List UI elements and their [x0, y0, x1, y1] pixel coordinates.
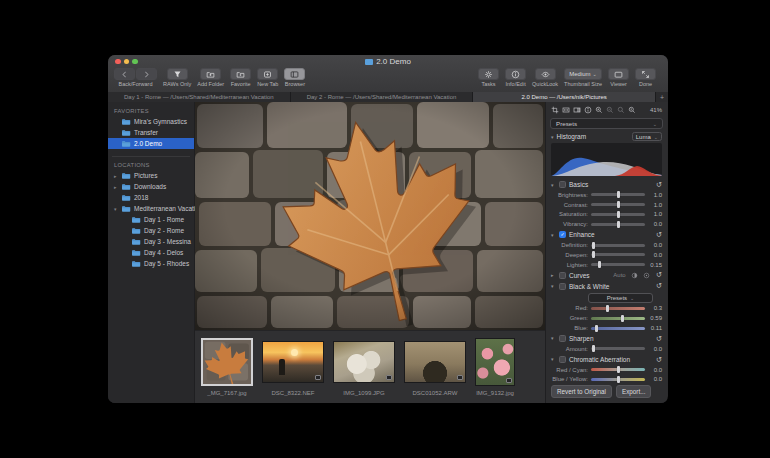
sidebar-item-downloads[interactable]: ▸Downloads: [108, 181, 194, 192]
thumbnail-size-dropdown[interactable]: Medium⌄: [564, 68, 602, 80]
slider-knob[interactable]: [617, 221, 620, 228]
info-edit-button[interactable]: [505, 68, 526, 80]
sidebar-item-pictures[interactable]: ▸Pictures: [108, 170, 194, 181]
basics-slider[interactable]: [591, 213, 645, 216]
slider-knob[interactable]: [617, 211, 620, 218]
reset-icon[interactable]: ↺: [656, 335, 662, 343]
zoom-plain-icon[interactable]: [617, 106, 625, 114]
thumbnail-sunset[interactable]: [262, 341, 324, 383]
basics-slider[interactable]: [591, 223, 645, 226]
tab-1[interactable]: Day 1 - Rome — /Users/Shared/Mediterrane…: [108, 92, 291, 102]
favorite-button[interactable]: [230, 68, 251, 80]
sidebar-item-mediterranean-vacation[interactable]: ▾Mediterranean Vacation: [108, 203, 194, 214]
minimize-button[interactable]: [124, 59, 130, 65]
raws-only-button[interactable]: [167, 68, 188, 80]
presets-dropdown[interactable]: Presets ⌄: [550, 118, 663, 129]
black-white-enable-checkbox[interactable]: [559, 283, 566, 290]
new-tab-button[interactable]: [257, 68, 278, 80]
sidebar-item-day-4-delos[interactable]: Day 4 - Delos: [108, 247, 194, 258]
sidebar-item-2018[interactable]: 2018: [108, 192, 194, 203]
tasks-button[interactable]: [478, 68, 499, 80]
disclosure-triangle-icon[interactable]: ▾: [551, 232, 556, 238]
zoom-in-icon[interactable]: [595, 106, 603, 114]
export-button[interactable]: Export...: [616, 385, 651, 398]
slider-knob[interactable]: [595, 325, 598, 332]
reset-icon[interactable]: ↺: [656, 356, 662, 364]
back-forward-button[interactable]: [136, 68, 157, 80]
basics-slider[interactable]: [591, 193, 645, 196]
new-tab-button[interactable]: +: [656, 92, 668, 102]
dot-circle-icon[interactable]: [643, 272, 650, 279]
titlebar[interactable]: 2.0 Demo: [108, 55, 668, 68]
slider-knob[interactable]: [617, 376, 620, 383]
basics-slider[interactable]: [591, 203, 645, 206]
crop-icon[interactable]: [551, 106, 559, 114]
thumbnail-leaf[interactable]: [201, 338, 253, 386]
tab-2[interactable]: Day 2 - Rome — /Users/Shared/Mediterrane…: [291, 92, 474, 102]
slider-knob[interactable]: [592, 251, 595, 258]
zoom-actual-icon[interactable]: [628, 106, 636, 114]
disclosure-triangle-icon[interactable]: ▸: [551, 272, 556, 278]
reset-icon[interactable]: ↺: [656, 231, 662, 239]
sidebar-item-2-0-demo[interactable]: 2.0 Demo: [108, 138, 194, 149]
tab-3[interactable]: 2.0 Demo — /Users/nik/Pictures: [473, 92, 656, 102]
sidebar-item-day-2-rome[interactable]: Day 2 - Rome: [108, 225, 194, 236]
disclosure-triangle-icon[interactable]: ▾: [551, 182, 556, 188]
disclosure-triangle-icon[interactable]: ▾: [551, 335, 556, 341]
enhance-slider[interactable]: [591, 253, 645, 256]
thumbnail-roses[interactable]: [475, 338, 515, 386]
sidebar-item-day-3-messina[interactable]: Day 3 - Messina: [108, 236, 194, 247]
curves-auto-label[interactable]: Auto: [613, 272, 625, 278]
viewer-button[interactable]: [608, 68, 629, 80]
zoom-button[interactable]: [132, 59, 138, 65]
sidebar-item-day-1-rome[interactable]: Day 1 - Rome: [108, 214, 194, 225]
zoom-out-icon[interactable]: [606, 106, 614, 114]
histogram-channel-dropdown[interactable]: Luma ⌄: [632, 132, 662, 141]
sidebar-item-transfer[interactable]: Transfer: [108, 127, 194, 138]
enhance-slider[interactable]: [591, 244, 645, 247]
disclosure-triangle-icon[interactable]: ▾: [551, 356, 556, 362]
slider-knob[interactable]: [617, 201, 620, 208]
photo-viewer[interactable]: [195, 102, 545, 330]
sharpen-slider[interactable]: [591, 347, 645, 350]
reset-icon[interactable]: ↺: [656, 282, 662, 290]
enhance-slider[interactable]: [591, 263, 645, 266]
slider-knob[interactable]: [592, 242, 595, 249]
enhance-enable-checkbox[interactable]: ✓: [559, 231, 566, 238]
slider-knob[interactable]: [592, 345, 595, 352]
browser-button[interactable]: [284, 68, 305, 80]
black-white-slider[interactable]: [591, 327, 645, 330]
black-white-slider[interactable]: [591, 307, 645, 310]
sharpen-enable-checkbox[interactable]: [559, 335, 566, 342]
slider-knob[interactable]: [621, 315, 624, 322]
disclosure-triangle-icon[interactable]: ▾: [114, 206, 117, 212]
sidebar-item-day-5-rhodes[interactable]: Day 5 - Rhodes: [108, 258, 194, 269]
slider-knob[interactable]: [598, 261, 601, 268]
basics-enable-checkbox[interactable]: [559, 181, 566, 188]
sidebar-item-mira-s-gymnastics[interactable]: Mira's Gymnastics: [108, 116, 194, 127]
reset-icon[interactable]: ↺: [656, 271, 662, 279]
slider-knob[interactable]: [617, 366, 620, 373]
reset-icon[interactable]: ↺: [656, 181, 662, 189]
disclosure-triangle-icon[interactable]: ▾: [551, 283, 556, 289]
black-white-slider[interactable]: [591, 317, 645, 320]
thumbnail-ruins[interactable]: [404, 341, 466, 383]
add-folder-button[interactable]: [200, 68, 221, 80]
half-circle-icon[interactable]: [631, 272, 638, 279]
thumbnail-sculpture[interactable]: [333, 341, 395, 383]
info-icon[interactable]: [584, 106, 592, 114]
quicklook-button[interactable]: [535, 68, 556, 80]
slider-knob[interactable]: [606, 305, 609, 312]
close-button[interactable]: [115, 59, 121, 65]
fit-width-icon[interactable]: [562, 106, 570, 114]
black-white-presets-dropdown[interactable]: Presets⌄: [588, 293, 653, 303]
slider-knob[interactable]: [617, 191, 620, 198]
chromatic-aberration-slider[interactable]: [591, 368, 645, 371]
revert-to-original-button[interactable]: Revert to Original: [551, 385, 612, 398]
chromatic-aberration-slider[interactable]: [591, 378, 645, 381]
compare-icon[interactable]: [573, 106, 581, 114]
disclosure-triangle-icon[interactable]: ▾: [551, 134, 554, 140]
back-forward-button[interactable]: [114, 68, 135, 80]
disclosure-triangle-icon[interactable]: ▸: [114, 173, 117, 179]
curves-enable-checkbox[interactable]: [559, 272, 566, 279]
